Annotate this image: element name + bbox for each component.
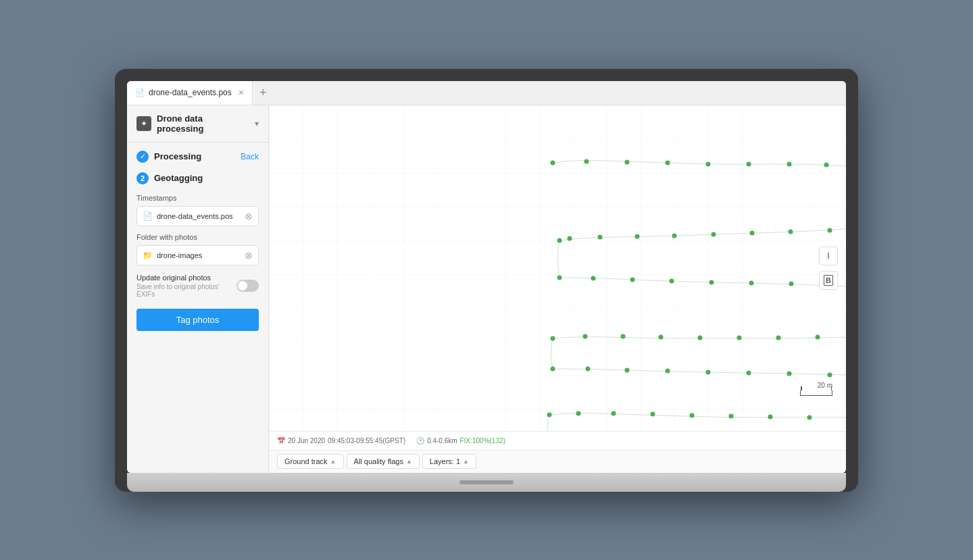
svg-point-51 — [621, 334, 626, 338]
scale-bar: 20 m — [800, 382, 832, 396]
cursor-icon: I — [827, 251, 830, 261]
update-photos-sublabel: Save info to original photos' EXIFs — [136, 283, 236, 298]
box-tool-btn[interactable]: B — [819, 271, 838, 290]
step-processing-row: ✓ Processing Back — [136, 151, 259, 163]
folder-clear-btn[interactable]: ⊗ — [245, 250, 253, 261]
svg-point-2 — [584, 159, 589, 163]
tag-photos-button[interactable]: Tag photos — [136, 309, 259, 331]
svg-point-76 — [651, 411, 655, 416]
file-input-icon: 📄 — [143, 211, 153, 221]
svg-point-48 — [737, 335, 742, 340]
bottom-toolbar: Ground track ▲ All quality flags ▲ Layer… — [269, 450, 846, 473]
svg-point-60 — [787, 371, 792, 376]
tab-drone-data[interactable]: 📄 drone-data_events.pos × — [127, 81, 253, 105]
quality-flags-btn[interactable]: All quality flags ▲ — [347, 454, 420, 469]
quality-flags-chevron: ▲ — [406, 458, 412, 465]
svg-point-49 — [698, 335, 703, 340]
svg-point-54 — [551, 366, 555, 371]
scale-line — [800, 390, 832, 396]
svg-point-31 — [670, 278, 674, 283]
calendar-status-icon: 📅 — [277, 437, 285, 444]
folder-name-text: drone-images — [157, 251, 241, 259]
step-geotagging-row: 2 Geotagging — [136, 172, 259, 184]
svg-point-34 — [789, 281, 794, 286]
svg-point-3 — [625, 159, 630, 164]
status-bar: 📅 20 Jun 2020 09:45:03-09:55:45(GPST) 🕐 … — [269, 431, 846, 450]
svg-point-32 — [709, 280, 714, 284]
svg-point-58 — [706, 370, 711, 374]
svg-point-25 — [598, 234, 603, 239]
map-visualization — [269, 105, 846, 431]
timestamps-file-text: drone-data_events.pos — [157, 212, 241, 220]
svg-point-8 — [824, 162, 829, 167]
svg-point-47 — [776, 335, 781, 340]
box-icon: B — [824, 275, 833, 286]
layers-btn[interactable]: Layers: 1 ▲ — [422, 454, 476, 469]
tab-close-btn[interactable]: × — [239, 88, 244, 97]
svg-point-6 — [747, 161, 751, 166]
step-processing-left: ✓ Processing — [136, 151, 201, 163]
status-distance: 0.4-0.6km — [427, 437, 457, 444]
cursor-tool-btn[interactable]: I — [819, 247, 838, 265]
header-chevron-icon: ▾ — [255, 119, 259, 128]
folder-label: Folder with photos — [136, 233, 259, 241]
svg-point-52 — [583, 334, 588, 338]
svg-point-55 — [586, 366, 591, 371]
step-check-icon: ✓ — [136, 151, 149, 163]
map-canvas[interactable]: I B 20 m — [269, 105, 846, 431]
status-time: 09:45:03-09:55:45(GPST) — [328, 437, 405, 444]
status-fix: FIX:100%(132) — [460, 437, 505, 444]
svg-point-46 — [816, 334, 820, 339]
svg-point-72 — [807, 415, 812, 419]
svg-point-21 — [750, 230, 755, 235]
svg-point-61 — [828, 372, 832, 377]
timestamps-clear-btn[interactable]: ⊗ — [245, 211, 253, 222]
update-photos-row: Update original photos Save info to orig… — [136, 274, 259, 298]
svg-point-1 — [551, 160, 555, 165]
step-processing-label: Processing — [154, 151, 201, 161]
update-photos-label: Update original photos — [136, 274, 236, 282]
svg-point-4 — [666, 160, 670, 165]
svg-point-78 — [576, 411, 581, 415]
update-photos-toggle[interactable] — [236, 280, 259, 292]
map-area: I B 20 m — [269, 105, 846, 473]
svg-point-22 — [712, 232, 716, 236]
tab-add-btn[interactable]: + — [253, 86, 274, 100]
svg-point-24 — [635, 234, 640, 238]
clock-status-icon: 🕐 — [416, 437, 424, 444]
svg-point-19 — [828, 228, 832, 232]
timestamps-field[interactable]: 📄 drone-data_events.pos ⊗ — [136, 206, 259, 226]
ground-track-label: Ground track — [284, 457, 328, 465]
sidebar-header[interactable]: ✦ Drone data processing ▾ — [127, 105, 268, 143]
svg-point-50 — [659, 334, 664, 339]
svg-point-57 — [666, 368, 670, 373]
svg-rect-0 — [269, 105, 846, 431]
step-geotagging-label: Geotagging — [154, 173, 203, 183]
svg-point-7 — [787, 161, 792, 166]
svg-point-79 — [547, 412, 552, 417]
update-photos-label-block: Update original photos Save info to orig… — [136, 274, 236, 298]
svg-point-30 — [630, 277, 635, 282]
app-title: Drone data processing — [157, 113, 249, 134]
map-toolbar-right: I B — [819, 247, 838, 290]
svg-point-26 — [568, 236, 572, 240]
svg-point-27 — [557, 238, 562, 243]
file-tab-icon: 📄 — [135, 88, 145, 97]
ground-track-btn[interactable]: Ground track ▲ — [277, 454, 344, 469]
folder-input-icon: 📁 — [143, 251, 153, 260]
step-back-link[interactable]: Back — [241, 152, 259, 161]
svg-point-5 — [706, 161, 711, 166]
layers-chevron: ▲ — [463, 458, 469, 465]
step-number-icon: 2 — [136, 172, 149, 184]
svg-point-75 — [690, 413, 695, 417]
folder-field[interactable]: 📁 drone-images ⊗ — [136, 245, 259, 265]
status-date: 20 Jun 2020 — [288, 437, 325, 444]
ground-track-chevron: ▲ — [330, 458, 336, 465]
quality-flags-label: All quality flags — [354, 457, 403, 465]
svg-point-53 — [551, 336, 555, 340]
distance-status: 🕐 0.4-0.6km FIX:100%(132) — [416, 437, 505, 444]
svg-point-23 — [672, 233, 677, 238]
timestamps-label: Timestamps — [136, 194, 259, 202]
tab-bar: 📄 drone-data_events.pos × + — [127, 81, 846, 105]
svg-point-28 — [557, 275, 562, 280]
